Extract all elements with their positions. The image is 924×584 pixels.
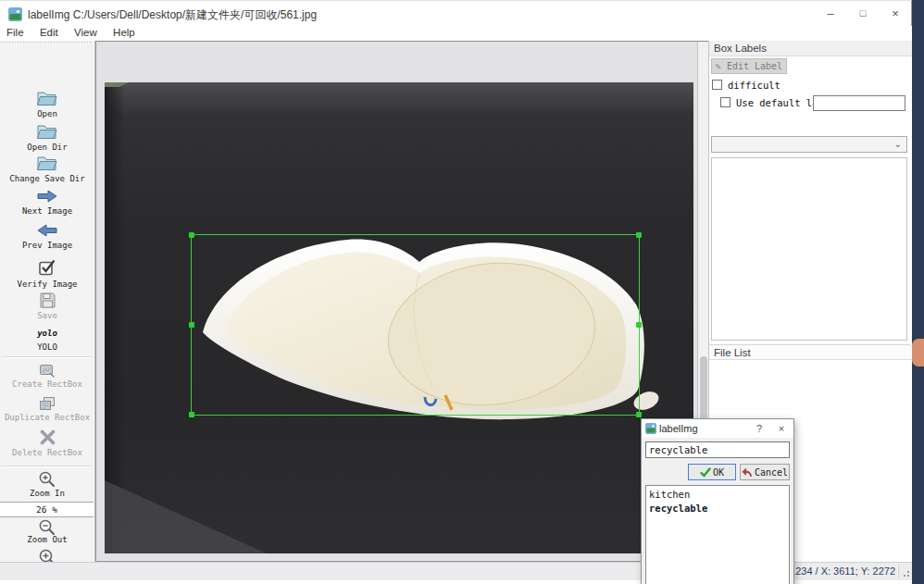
undo-arrow-icon [742, 467, 753, 478]
save-label: Save [0, 311, 94, 320]
box-label-list[interactable] [711, 157, 907, 341]
open-button[interactable] [0, 90, 94, 110]
menu-bar: File Edit View Help [0, 26, 912, 41]
verify-image-label: Verify Image [0, 280, 94, 289]
menu-help[interactable]: Help [113, 27, 135, 38]
dialog-help-button[interactable]: ? [749, 419, 769, 438]
zoom-out-icon [38, 518, 56, 537]
duplicate-rectbox-button[interactable] [0, 396, 94, 415]
maximize-button[interactable]: □ [847, 1, 879, 26]
yolo-badge-icon: yolo [37, 329, 57, 338]
dialog-close-button[interactable]: × [771, 419, 792, 438]
use-default-label-checkbox[interactable] [720, 97, 730, 107]
save-floppy-icon [39, 292, 56, 309]
verify-image-button[interactable] [0, 258, 94, 280]
title-bar: labelImg C:/Users/Dell/Desktop/新建文件夹/可回收… [0, 0, 912, 26]
open-folder-icon [36, 90, 58, 107]
window-title: labelImg C:/Users/Dell/Desktop/新建文件夹/可回收… [28, 7, 317, 23]
status-separator [897, 565, 899, 578]
difficult-label: difficult [728, 80, 780, 91]
verify-check-icon [38, 258, 56, 277]
toolbar-separator [2, 356, 93, 358]
zoom-out-label: Zoom Out [0, 535, 94, 544]
open-dir-folder-icon [36, 123, 58, 141]
difficult-checkbox[interactable] [712, 80, 722, 90]
label-name-input[interactable]: recyclable [645, 441, 790, 458]
open-label: Open [0, 109, 94, 118]
toolbar-drag-handle[interactable] [0, 41, 93, 44]
zoom-in-label: Zoom In [0, 489, 94, 498]
box-labels-header[interactable]: Box Labels [709, 41, 912, 56]
label-history-list[interactable]: kitchen recyclable [645, 485, 790, 584]
dialog-app-icon [645, 423, 656, 434]
duplicate-rectbox-icon [39, 396, 56, 412]
create-rectbox-icon [39, 364, 56, 379]
zoom-level-spinbox[interactable]: 26 % [0, 502, 94, 517]
edit-label-text: Edit Label [727, 61, 782, 71]
bbox-handle-mid-left[interactable] [189, 322, 194, 328]
open-dir-button[interactable] [0, 123, 94, 143]
toolbar: Open Open Dir Change Save Dir Next Image… [0, 41, 95, 562]
open-dir-label: Open Dir [0, 143, 94, 152]
label-combo-box[interactable]: ⌄ [711, 136, 907, 153]
bounding-box[interactable] [191, 234, 640, 416]
pencil-icon: ✎ [716, 61, 721, 71]
menu-edit[interactable]: Edit [40, 27, 58, 38]
bbox-handle-top-left[interactable] [189, 232, 194, 238]
prev-arrow-icon [36, 223, 58, 238]
zoom-in-icon [38, 470, 56, 489]
save-button[interactable] [0, 292, 94, 312]
toolbar-separator-2 [2, 466, 93, 467]
next-image-label: Next Image [0, 206, 94, 216]
desktop-wallpaper-detail [912, 339, 924, 367]
cursor-coordinates: t: 1234 / X: 3611; Y: 2272 [781, 565, 895, 577]
bbox-handle-bottom-left[interactable] [189, 412, 194, 417]
default-label-input[interactable] [813, 95, 905, 111]
close-button[interactable]: × [880, 1, 911, 26]
list-item-recyclable[interactable]: recyclable [649, 502, 789, 516]
desktop-wallpaper [912, 0, 924, 584]
ok-label: OK [713, 467, 724, 478]
bbox-handle-bottom-right[interactable] [636, 412, 642, 417]
file-list-header[interactable]: File List [709, 344, 912, 360]
delete-rectbox-button[interactable] [0, 429, 94, 448]
change-save-dir-button[interactable] [0, 155, 94, 175]
prev-image-button[interactable] [0, 223, 94, 241]
check-icon [700, 467, 711, 478]
edit-label-button[interactable]: ✎ Edit Label [711, 58, 787, 74]
create-rectbox-label: Create RectBox [0, 379, 94, 389]
resize-grip[interactable] [901, 568, 910, 578]
yolo-label: YOLO [0, 342, 94, 352]
dialog-title: labelImg [659, 423, 698, 434]
menu-view[interactable]: View [74, 27, 97, 38]
chevron-down-icon: ⌄ [894, 137, 902, 152]
delete-rectbox-label: Delete RectBox [0, 448, 94, 457]
label-dialog: labelImg ? × recyclable OK Cancel kitche… [641, 418, 794, 584]
next-image-button[interactable] [0, 189, 94, 206]
ok-button[interactable]: OK [688, 464, 736, 480]
minimize-button[interactable]: – [815, 1, 846, 26]
dialog-title-bar: labelImg ? × [642, 419, 793, 438]
bbox-handle-top-right[interactable] [636, 232, 642, 238]
list-item-kitchen[interactable]: kitchen [649, 488, 789, 502]
menu-file[interactable]: File [6, 27, 24, 38]
yolo-format-button[interactable]: yolo [0, 326, 94, 339]
delete-x-icon [39, 429, 56, 445]
cancel-button[interactable]: Cancel [740, 464, 790, 480]
cancel-label: Cancel [755, 467, 788, 478]
labelimg-window: labelImg C:/Users/Dell/Desktop/新建文件夹/可回收… [0, 0, 924, 584]
prev-image-label: Prev Image [0, 241, 94, 250]
next-arrow-icon [36, 189, 58, 204]
image-canvas[interactable] [95, 41, 708, 562]
change-save-dir-label: Change Save Dir [0, 174, 94, 183]
bbox-handle-mid-right[interactable] [636, 322, 642, 328]
app-icon [8, 7, 22, 21]
duplicate-rectbox-label: Duplicate RectBox [0, 413, 94, 422]
change-save-dir-folder-icon [36, 155, 58, 172]
